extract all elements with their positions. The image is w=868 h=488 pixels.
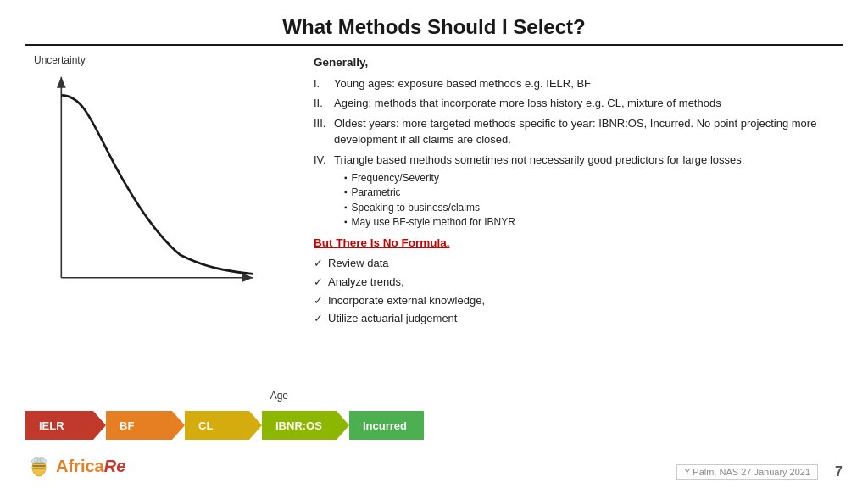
list-text-1: Young ages: exposure based methods e.g. … [334,76,591,92]
footer-right: Y Palm, NAS 27 January 2021 7 [676,464,843,480]
list-item-4: IV. Triangle based methods sometimes not… [314,152,843,230]
uncertainty-label: Uncertainty [34,54,297,66]
sub-item-2: Parametric [344,186,744,200]
check-item-4: Utilize actuarial judgement [314,311,843,327]
left-panel: Uncertainty Age [25,54,297,402]
segment-ielr: IELR [25,411,93,440]
logo-africa: Africa [56,457,104,475]
logo-area: AfricaRe [25,452,125,480]
list-item-3: III. Oldest years: more targeted methods… [314,116,843,148]
content-area: Uncertainty Age Generally, [25,54,843,402]
list-text-4: Triangle based methods sometimes not nec… [334,152,744,230]
sub-bullets: Frequency/Severity Parametric Speaking t… [334,171,744,230]
list-num-1: I. [314,76,329,92]
slide-title: What Methods Should I Select? [25,15,843,46]
list-num-2: II. [314,96,329,112]
slide: What Methods Should I Select? Uncertaint… [0,0,868,488]
list-text-3: Oldest years: more targeted methods spec… [334,116,843,148]
segment-incurred: Incurred [349,411,424,440]
footer-citation: Y Palm, NAS 27 January 2021 [676,464,818,480]
segment-bf: BF [106,411,172,440]
slide-number: 7 [835,464,843,480]
list-item-2: II. Ageing: methods that incorporate mor… [314,96,843,112]
list-num-3: III. [314,116,329,148]
generally-label: Generally, [314,54,843,71]
right-panel: Generally, I. Young ages: exposure based… [314,54,843,402]
logo-text: AfricaRe [56,457,125,476]
segment-ibnros: IBNR:OS [262,411,337,440]
logo-re: Re [104,457,126,475]
check-item-3: Incorporate external knowledge, [314,293,843,309]
sub-item-4: May use BF-style method for IBNYR [344,215,744,230]
chart-area [34,68,297,396]
check-item-2: Analyze trends, [314,274,843,291]
slide-footer: AfricaRe Y Palm, NAS 27 January 2021 7 [25,452,843,480]
sub-item-1: Frequency/Severity [344,171,744,186]
no-formula-label: But There Is No Formula. [314,235,843,252]
methods-list: I. Young ages: exposure based methods e.… [314,76,843,230]
arrow-bar: IELR BF CL IBNR:OS Incurred [25,410,843,441]
decay-chart [34,68,271,305]
logo-bee-icon [25,452,53,480]
list-num-4: IV. [314,152,329,230]
check-item-1: Review data [314,256,843,272]
checklist: Review data Analyze trends, Incorporate … [314,256,843,327]
sub-item-3: Speaking to business/claims [344,201,744,215]
list-text-2: Ageing: methods that incorporate more lo… [334,96,721,112]
list-item-1: I. Young ages: exposure based methods e.… [314,76,843,92]
svg-marker-2 [57,77,66,88]
segment-cl: CL [185,411,249,440]
